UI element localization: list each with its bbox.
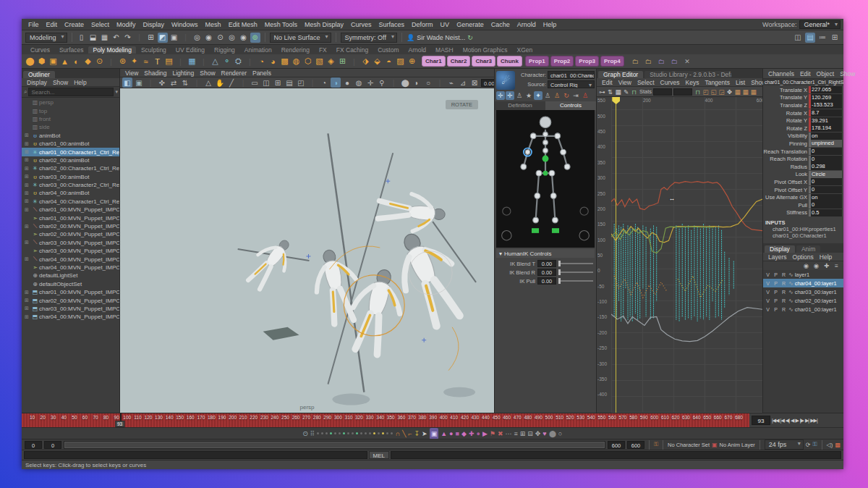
humanik-tab[interactable]: Definition (495, 101, 545, 110)
menu-item[interactable]: UV (437, 21, 454, 28)
toolbar-icon[interactable]: ▦ (733, 88, 741, 96)
menu-item[interactable]: Deform (408, 21, 437, 28)
shelf-icon[interactable]: ▲ (59, 56, 70, 67)
toolbar-icon[interactable]: ◧ (122, 77, 132, 88)
animbot-icon[interactable] (330, 432, 332, 434)
character-set-selector[interactable]: No Character Set (668, 442, 710, 448)
animbot-icon[interactable] (347, 432, 349, 434)
shelf-icon[interactable]: ⬡ (302, 56, 313, 67)
layer-flag-toggle[interactable]: R (780, 290, 787, 295)
layer-flag-toggle[interactable]: P (773, 307, 779, 312)
shelf-icon[interactable]: | (244, 56, 255, 67)
menu-item[interactable]: Edit (43, 21, 61, 28)
animbot-icon[interactable] (334, 432, 336, 434)
toolbar-icon[interactable]: ▯ (77, 33, 87, 43)
animbot-icon[interactable] (365, 432, 367, 434)
shelf-icon[interactable]: △ (210, 56, 221, 67)
shelf-icon[interactable]: ▦ (187, 56, 197, 67)
layer-flag-toggle[interactable]: V (765, 272, 771, 277)
shelf-tab[interactable]: Motion Graphics (459, 46, 512, 54)
menu-item[interactable]: Generate (453, 21, 488, 28)
outliner-item[interactable]: ⊞⬒char04_00:MVN_Puppet_IMPORT_PROP_ (22, 313, 119, 321)
current-time-field[interactable]: 93 (752, 416, 770, 425)
menu-item[interactable]: Tangents (702, 79, 733, 86)
menu-item[interactable]: Edit (797, 70, 814, 77)
shelf-tab[interactable]: Arnold (404, 46, 430, 54)
toolbar-icon[interactable]: ✎ (622, 88, 630, 96)
animbot-icon[interactable] (386, 432, 388, 434)
shelf-icon[interactable]: ≈ (140, 56, 151, 67)
shelf-icon[interactable]: 🗀 (669, 56, 680, 67)
channel-value-field[interactable]: on (809, 194, 842, 201)
layer-flag-toggle[interactable]: P (773, 298, 779, 303)
channel-value-field[interactable]: 178.194 (809, 125, 842, 132)
shelf-icon[interactable]: ✦ (129, 56, 140, 67)
character-dropdown[interactable]: char01_00:Character1 (548, 71, 595, 79)
sound-icon[interactable]: ◁) (827, 442, 833, 448)
animbot-icon[interactable]: ■ (456, 428, 459, 439)
source-dropdown[interactable]: Control Rig (548, 80, 595, 88)
toolbar-icon[interactable]: | (135, 33, 145, 43)
animbot-icon[interactable]: ⬤ (549, 428, 556, 439)
transport-button[interactable]: ▶| (804, 418, 809, 424)
transport-button[interactable]: |▶ (799, 418, 804, 424)
toolbar-icon[interactable]: ◎ (192, 33, 203, 43)
menu-item[interactable]: Show (197, 70, 218, 77)
range-slider[interactable] (64, 441, 605, 449)
toolbar-icon[interactable]: ✛ (365, 77, 375, 88)
anim-layer-selector[interactable]: No Anim Layer (720, 442, 755, 448)
animbot-icon[interactable]: ▶ (482, 428, 488, 439)
channel-value-field[interactable]: 0 (809, 156, 842, 163)
animbot-icon[interactable] (326, 432, 328, 434)
toolbar-icon[interactable]: ✜ (157, 77, 167, 88)
menu-item[interactable]: Help (540, 21, 561, 28)
viewport-canvas[interactable]: ROTATE persp (120, 88, 494, 413)
channel-value-field[interactable]: 227.065 (809, 86, 842, 93)
shelf-icon[interactable]: ◆ (82, 56, 93, 67)
outliner-item[interactable]: ⊞⬒char01_00:MVN_Puppet_IMPORT_PROP_ (22, 288, 119, 296)
anim-end-field[interactable]: 600 (627, 441, 644, 449)
toolbar-icon[interactable]: | (435, 77, 445, 88)
outliner-item[interactable]: ➣char02_00:MVN_Puppet_IMPORT_PROP_ (22, 230, 119, 238)
outliner-item[interactable]: ⊞✳char02_00:Character1_Ctrl_Reference (22, 164, 119, 172)
animbot-icon[interactable]: ● (449, 428, 453, 439)
toolbar-icon[interactable]: ✛ (506, 91, 514, 100)
slider-track[interactable] (558, 272, 593, 273)
menu-item[interactable]: Display (140, 21, 169, 28)
shelf-icon[interactable]: 🗀 (656, 56, 667, 67)
transport-button[interactable]: |◀◀ (771, 418, 780, 424)
outliner-item[interactable]: ⊞⬒char03_00:MVN_Puppet_IMPORT_PROP_ (22, 305, 119, 313)
animbot-icon[interactable] (360, 432, 362, 434)
menu-item[interactable]: Renderer (218, 70, 250, 77)
toolbar-icon[interactable]: ▦ (741, 88, 749, 96)
animbot-icon[interactable]: ⚑ (490, 428, 495, 439)
layer-flag-toggle[interactable]: R (780, 307, 787, 312)
toolbar-icon[interactable]: ⬓ (88, 33, 98, 43)
channel-value-field[interactable]: 8.7 (809, 109, 842, 117)
outliner-item[interactable]: ⊞ʊchar01_00:animBot (22, 140, 119, 148)
menu-item[interactable]: Create (61, 21, 88, 28)
layers-tab[interactable]: Display (765, 245, 795, 253)
outliner-tab[interactable]: Outliner (23, 71, 55, 78)
animbot-icon[interactable] (391, 432, 393, 434)
shelf-icon[interactable]: | (175, 56, 186, 67)
toolbar-icon[interactable]: ⊿ (458, 77, 468, 88)
mel-toggle[interactable]: MEL (369, 451, 389, 459)
animbot-icon[interactable] (343, 432, 345, 434)
auto-key-icon[interactable]: ⚿ (813, 441, 817, 448)
anim-start-field[interactable]: 0 (25, 441, 42, 449)
shelf-icon[interactable]: ⚬ (221, 56, 232, 67)
shelf-icon[interactable]: ◔ (256, 56, 267, 67)
toolbar-icon[interactable]: ⇄ (169, 77, 179, 88)
toolbar-icon[interactable]: ⬤ (400, 77, 410, 88)
animbot-icon[interactable] (352, 432, 354, 434)
toolbar-icon[interactable]: | (238, 77, 248, 88)
toolbar-icon[interactable]: △ (203, 77, 213, 88)
animbot-icon[interactable]: ▣ (430, 428, 439, 439)
shelf-icon[interactable]: ◓ (383, 56, 394, 67)
menu-item[interactable]: Show (50, 79, 71, 86)
channel-value-field[interactable]: -153.523 (809, 101, 842, 109)
toolbar-icon[interactable]: ● (342, 77, 352, 88)
sync-icon[interactable]: ↻ (467, 34, 473, 41)
shelf-icon[interactable]: ▩ (279, 56, 290, 67)
